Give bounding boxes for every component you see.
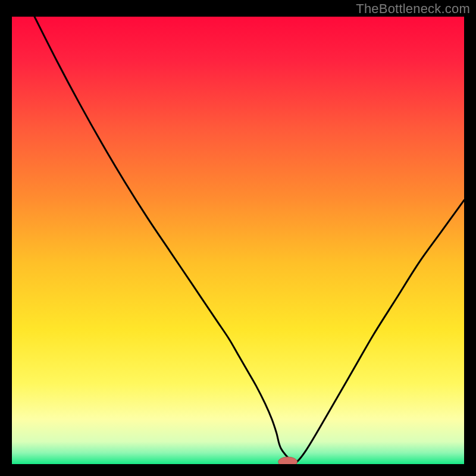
bottleneck-chart — [12, 17, 464, 464]
plot-area — [12, 17, 464, 464]
gradient-background — [12, 17, 464, 464]
watermark-text: TheBottleneck.com — [356, 1, 470, 17]
chart-frame: TheBottleneck.com — [0, 0, 476, 476]
